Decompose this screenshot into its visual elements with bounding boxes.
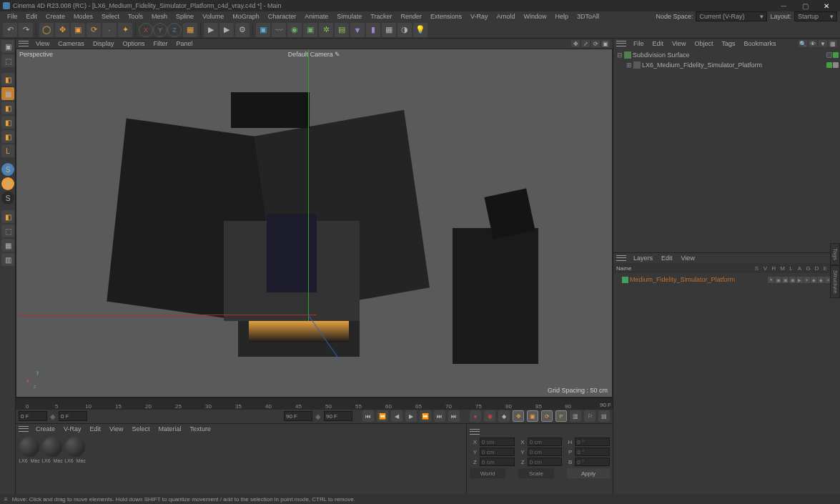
material-item[interactable]: LX6_Mec	[19, 437, 40, 491]
record-button[interactable]: ●	[470, 410, 481, 422]
add-light-button[interactable]: ▦	[382, 23, 396, 37]
layout-dropdown[interactable]: Startup▾	[794, 11, 837, 21]
render-region-button[interactable]: ⬚	[1, 224, 14, 237]
apply-button[interactable]: Apply	[567, 468, 610, 478]
vp-toggle-icon[interactable]: ▣	[601, 40, 610, 47]
goto-start-button[interactable]: ⏮	[362, 410, 374, 422]
coord-mode-dropdown[interactable]: World	[470, 468, 505, 478]
start-frame-input[interactable]: 0 F	[19, 411, 47, 421]
size-mode-dropdown[interactable]: Scale	[518, 468, 554, 478]
add-field-button[interactable]: ▤	[335, 23, 349, 37]
layer-lock-toggle[interactable]: ▶	[796, 277, 803, 283]
layer-anim-toggle[interactable]: ✦	[804, 277, 810, 283]
tree-row-subdivision[interactable]: ⊟ Subdivision Surface	[615, 50, 839, 60]
timeline-ruler[interactable]: 0 5 10 15 20 25 30 35 40 45 50 55 60 65 …	[16, 398, 613, 410]
move-tool-button[interactable]: ✥	[55, 23, 69, 37]
enable-dot[interactable]	[833, 52, 839, 58]
size-y-input[interactable]: 0 cm	[528, 448, 563, 456]
mat-menu-view[interactable]: View	[105, 425, 127, 433]
scale-tool-button[interactable]: ▣	[71, 23, 85, 37]
locked-workplane-button[interactable]: ▦	[1, 239, 14, 252]
menu-file[interactable]: File	[3, 13, 22, 20]
hamburger-icon[interactable]	[470, 428, 480, 435]
viewport-solo-button[interactable]: ◧	[1, 210, 14, 223]
axis-y-toggle[interactable]: Y	[153, 23, 167, 37]
add-null-button[interactable]: ◑	[397, 23, 412, 37]
obj-menu-view[interactable]: View	[668, 40, 690, 47]
mat-menu-vray[interactable]: V-Ray	[59, 425, 86, 433]
menu-arnold[interactable]: Arnold	[493, 13, 520, 20]
layer-gen-toggle[interactable]: ◆	[811, 277, 817, 283]
axis-z-toggle[interactable]: Z	[167, 23, 182, 37]
menu-volume[interactable]: Volume	[198, 13, 228, 20]
add-cube-button[interactable]: ▣	[256, 23, 270, 37]
menu-create[interactable]: Create	[41, 13, 69, 20]
lay-menu-view[interactable]: View	[677, 255, 699, 262]
layer-color-icon[interactable]	[622, 277, 628, 283]
viewport-3d[interactable]: Perspective Default Camera ✎ Grid Spacin…	[16, 49, 613, 397]
add-camera-button[interactable]: ▮	[366, 23, 380, 37]
vp-menu-filter[interactable]: Filter	[149, 40, 172, 47]
filter-icon[interactable]: ▼	[819, 40, 827, 47]
menu-mograph[interactable]: MoGraph	[228, 13, 264, 20]
vp-rotate-icon[interactable]: ⟳	[591, 40, 600, 47]
obj-menu-file[interactable]: File	[629, 40, 648, 47]
anim-layer-button[interactable]: ▤	[598, 410, 610, 422]
maximize-button[interactable]: ▢	[794, 1, 816, 11]
object-mode-button[interactable]: ◧	[1, 73, 14, 86]
mat-menu-material[interactable]: Material	[154, 425, 185, 433]
lay-menu-layers[interactable]: Layers	[629, 255, 657, 262]
obj-menu-edit[interactable]: Edit	[648, 40, 668, 47]
add-scene-button[interactable]: ▼	[350, 23, 365, 37]
pos-key-button[interactable]: ✥	[513, 410, 524, 422]
layer-render-toggle[interactable]: ▣	[782, 277, 789, 283]
menu-edit[interactable]: Edit	[22, 13, 42, 20]
anim-mode-button[interactable]: ⚐	[584, 410, 596, 422]
mat-menu-texture[interactable]: Texture	[185, 425, 215, 433]
minimize-button[interactable]: ─	[773, 1, 794, 11]
tag-dot[interactable]	[833, 62, 839, 68]
rot-p-input[interactable]: 0 °	[575, 448, 610, 456]
workplane-button[interactable]: S	[1, 192, 14, 204]
menu-modes[interactable]: Modes	[69, 13, 97, 20]
menu-window[interactable]: Window	[520, 13, 551, 20]
vp-zoom-icon[interactable]: ⤢	[581, 40, 590, 47]
scale-key-button[interactable]: ▣	[527, 410, 538, 422]
snap-button[interactable]: S	[1, 177, 14, 190]
prev-key-button[interactable]: ⏪	[377, 410, 388, 422]
search-icon[interactable]: 🔍	[799, 40, 807, 47]
hamburger-icon[interactable]	[616, 40, 626, 47]
rot-h-input[interactable]: 0 °	[575, 438, 610, 446]
obj-menu-bookmarks[interactable]: Bookmarks	[739, 40, 780, 47]
prev-frame-button[interactable]: ◀	[391, 410, 402, 422]
next-key-button[interactable]: ⏭	[448, 410, 460, 422]
menu-animate[interactable]: Animate	[300, 13, 332, 20]
menu-tracker[interactable]: Tracker	[366, 13, 396, 20]
autokey-button[interactable]: ◉	[484, 410, 495, 422]
current-frame-input[interactable]: 0 F	[59, 411, 87, 421]
enable-axis-button[interactable]: S	[1, 163, 14, 176]
render-pv-button[interactable]: ▶	[219, 23, 234, 37]
range-end-input[interactable]: 90 F	[324, 411, 352, 421]
vp-menu-view[interactable]: View	[31, 40, 54, 47]
poly-mode-button[interactable]: ◧	[1, 130, 14, 143]
vp-menu-cameras[interactable]: Cameras	[54, 40, 89, 47]
menu-help[interactable]: Help	[551, 13, 573, 20]
layer-row[interactable]: Medium_Fidelity_Simulator_Platform ● ▣ ▣…	[615, 275, 839, 285]
last-tool-button[interactable]: ·	[102, 23, 117, 37]
layout-icon[interactable]: ▦	[829, 40, 837, 47]
vp-menu-options[interactable]: Options	[118, 40, 149, 47]
expand-icon[interactable]: ⊞	[626, 61, 632, 69]
size-z-input[interactable]: 0 cm	[528, 458, 563, 466]
keyframe-sel-button[interactable]: ◆	[498, 410, 510, 422]
planar-workplane-button[interactable]: ▥	[1, 253, 14, 266]
pos-z-input[interactable]: 0 cm	[480, 458, 515, 466]
side-tab-structure[interactable]: Structure	[830, 265, 840, 298]
menu-tools[interactable]: Tools	[124, 13, 147, 20]
menu-simulate[interactable]: Simulate	[332, 13, 366, 20]
side-tab-tags[interactable]: Tags	[830, 243, 840, 265]
menu-select[interactable]: Select	[97, 13, 124, 20]
make-editable-button[interactable]: ▣	[1, 40, 14, 53]
menu-vray[interactable]: V-Ray	[466, 13, 493, 20]
range-start-input[interactable]: 90 F	[284, 411, 312, 421]
